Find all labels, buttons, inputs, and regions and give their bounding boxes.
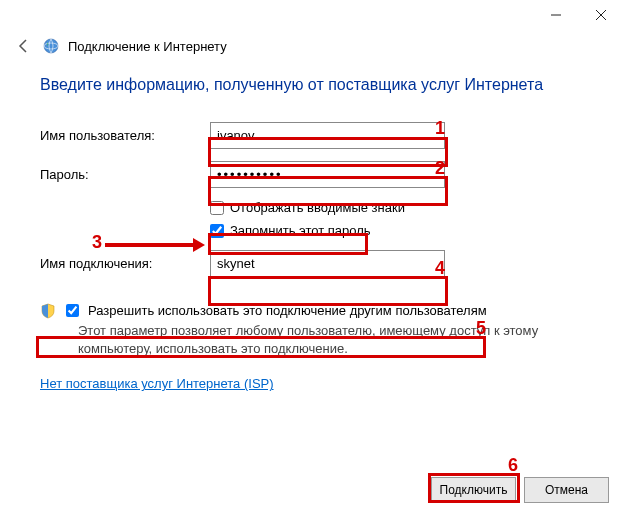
conn-name-input[interactable] [210, 250, 445, 277]
show-chars-row: Отображать вводимые знаки [210, 200, 583, 215]
show-chars-checkbox[interactable] [210, 201, 224, 215]
password-row: Пароль: [40, 161, 583, 188]
content-area: Введите информацию, полученную от постав… [0, 66, 623, 391]
remember-row: Запомнить этот пароль [210, 223, 583, 238]
password-label: Пароль: [40, 167, 210, 182]
remember-label: Запомнить этот пароль [230, 223, 371, 238]
annotation-num-6: 6 [508, 455, 518, 476]
globe-icon [42, 37, 60, 55]
wizard-header: Подключение к Интернету [0, 30, 623, 66]
svg-point-3 [44, 39, 58, 53]
close-button[interactable] [578, 0, 623, 30]
window-title: Подключение к Интернету [68, 39, 227, 54]
titlebar [0, 0, 623, 30]
cancel-button[interactable]: Отмена [524, 477, 609, 503]
minimize-button[interactable] [533, 0, 578, 30]
shield-icon [40, 303, 56, 319]
conn-name-row: Имя подключения: [40, 250, 583, 277]
minimize-icon [551, 10, 561, 20]
allow-description: Этот параметр позволяет любому пользоват… [78, 322, 583, 358]
page-heading: Введите информацию, полученную от постав… [40, 76, 583, 94]
password-input[interactable] [210, 161, 445, 188]
username-row: Имя пользователя: [40, 122, 583, 149]
allow-checkbox[interactable] [66, 304, 79, 317]
no-isp-link[interactable]: Нет поставщика услуг Интернета (ISP) [40, 376, 274, 391]
username-label: Имя пользователя: [40, 128, 210, 143]
back-button[interactable] [14, 36, 34, 56]
back-arrow-icon [16, 38, 32, 54]
allow-label: Разрешить использовать это подключение д… [88, 303, 487, 318]
conn-name-label: Имя подключения: [40, 256, 210, 271]
username-input[interactable] [210, 122, 445, 149]
remember-checkbox[interactable] [210, 224, 224, 238]
footer-buttons: Подключить Отмена [431, 477, 609, 503]
show-chars-label: Отображать вводимые знаки [230, 200, 405, 215]
close-icon [596, 10, 606, 20]
connect-button[interactable]: Подключить [431, 477, 516, 503]
allow-row: Разрешить использовать это подключение д… [40, 301, 583, 320]
